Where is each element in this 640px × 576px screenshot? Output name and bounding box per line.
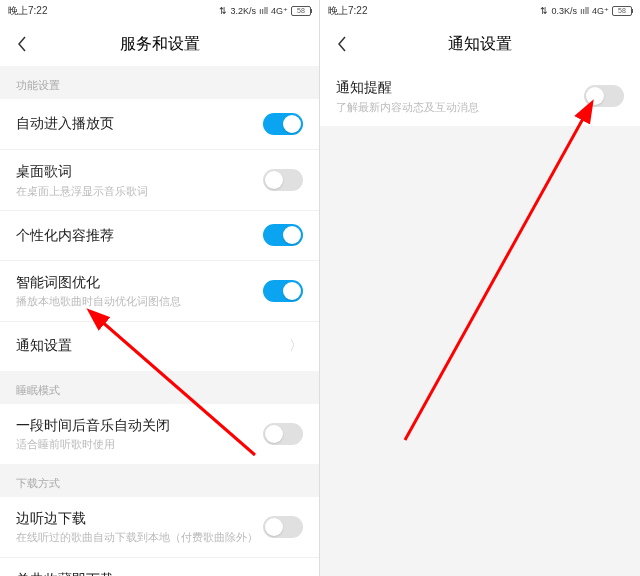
row-subtitle: 播放本地歌曲时自动优化词图信息 — [16, 294, 263, 308]
chevron-right-icon: 〉 — [289, 337, 303, 355]
row-personalized[interactable]: 个性化内容推荐 — [0, 210, 319, 260]
screen-notification-settings: 晚上7:22 ⇅ 0.3K/s ııll 4G⁺ 58 通知设置 通知提醒 了解… — [320, 0, 640, 576]
row-desktop-lyrics[interactable]: 桌面歌词 在桌面上悬浮显示音乐歌词 — [0, 149, 319, 210]
chevron-left-icon — [17, 36, 27, 52]
status-bar: 晚上7:22 ⇅ 0.3K/s ııll 4G⁺ 58 — [320, 0, 640, 22]
row-subtitle: 了解最新内容动态及互动消息 — [336, 100, 584, 114]
row-title: 智能词图优化 — [16, 273, 263, 293]
row-title: 边听边下载 — [16, 509, 263, 529]
row-subtitle: 适合睡前听歌时使用 — [16, 437, 263, 451]
toggle-desktop-lyrics[interactable] — [263, 169, 303, 191]
page-title: 服务和设置 — [120, 34, 200, 55]
row-auto-play[interactable]: 自动进入播放页 — [0, 99, 319, 149]
row-sleep-timer[interactable]: 一段时间后音乐自动关闭 适合睡前听歌时使用 — [0, 404, 319, 464]
row-title: 单曲收藏即下载 — [16, 570, 263, 576]
nav-bar: 通知设置 — [320, 22, 640, 66]
section-header: 下载方式 — [0, 464, 319, 497]
status-time: 晚上7:22 — [328, 4, 367, 18]
status-indicators: ⇅ 0.3K/s ııll 4G⁺ 58 — [540, 6, 632, 16]
signal-icon: ııll — [259, 6, 268, 16]
row-subtitle: 在桌面上悬浮显示音乐歌词 — [16, 184, 263, 198]
page-title: 通知设置 — [448, 34, 512, 55]
toggle-notification-reminder[interactable] — [584, 85, 624, 107]
back-button[interactable] — [0, 22, 44, 66]
row-smart-lyrics[interactable]: 智能词图优化 播放本地歌曲时自动优化词图信息 — [0, 260, 319, 321]
row-download-listening[interactable]: 边听边下载 在线听过的歌曲自动下载到本地（付费歌曲除外） — [0, 497, 319, 557]
row-notification-reminder[interactable]: 通知提醒 了解最新内容动态及互动消息 — [320, 66, 640, 126]
row-title: 自动进入播放页 — [16, 114, 263, 134]
status-indicators: ⇅ 3.2K/s ııll 4G⁺ 58 — [219, 6, 311, 16]
row-title: 通知提醒 — [336, 78, 584, 98]
signal-icon: ııll — [580, 6, 589, 16]
row-title: 个性化内容推荐 — [16, 226, 263, 246]
row-notification-settings[interactable]: 通知设置 〉 — [0, 321, 319, 371]
battery-icon: 58 — [291, 6, 311, 16]
updown-icon: ⇅ — [219, 6, 227, 16]
toggle-auto-play[interactable] — [263, 113, 303, 135]
section-header: 功能设置 — [0, 66, 319, 99]
battery-icon: 58 — [612, 6, 632, 16]
net-speed: 0.3K/s — [551, 6, 577, 16]
net-speed: 3.2K/s — [230, 6, 256, 16]
section-header: 睡眠模式 — [0, 371, 319, 404]
status-time: 晚上7:22 — [8, 4, 47, 18]
row-title: 一段时间后音乐自动关闭 — [16, 416, 263, 436]
network-type: 4G⁺ — [592, 6, 609, 16]
back-button[interactable] — [320, 22, 364, 66]
row-title: 桌面歌词 — [16, 162, 263, 182]
toggle-smart-lyrics[interactable] — [263, 280, 303, 302]
network-type: 4G⁺ — [271, 6, 288, 16]
chevron-left-icon — [337, 36, 347, 52]
toggle-download-listening[interactable] — [263, 516, 303, 538]
row-title: 通知设置 — [16, 336, 289, 356]
screen-services-settings: 晚上7:22 ⇅ 3.2K/s ııll 4G⁺ 58 服务和设置 功能设置 自… — [0, 0, 320, 576]
status-bar: 晚上7:22 ⇅ 3.2K/s ııll 4G⁺ 58 — [0, 0, 319, 22]
updown-icon: ⇅ — [540, 6, 548, 16]
row-download-fav[interactable]: 单曲收藏即下载 收藏的歌曲自动下载到本地（付费歌曲除外） — [0, 557, 319, 576]
toggle-sleep-timer[interactable] — [263, 423, 303, 445]
toggle-personalized[interactable] — [263, 224, 303, 246]
row-subtitle: 在线听过的歌曲自动下载到本地（付费歌曲除外） — [16, 530, 263, 544]
nav-bar: 服务和设置 — [0, 22, 319, 66]
